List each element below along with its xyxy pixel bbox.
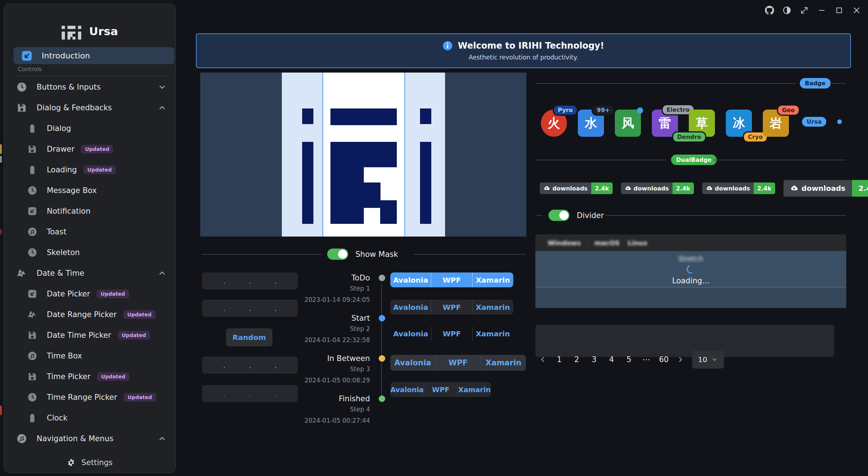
page-button[interactable]: 1 [554,355,564,364]
sidebar-item[interactable]: Message Box [4,180,176,201]
step-title: Finished [232,394,370,404]
sidebar-item[interactable]: Dialog [4,118,176,139]
element-badge: Pyro [553,104,578,116]
page-button[interactable]: 2 [572,355,582,364]
sidebar-item[interactable]: Drawer Updated [4,139,176,159]
sidebar-section-label: Controls [18,66,42,73]
download-badge[interactable]: downloads 2.4k [783,180,868,197]
xamarin-button[interactable]: Xamarin [472,300,513,315]
tab-macos[interactable]: macOS [588,239,626,247]
step-status-dot [379,315,385,321]
sidebar-item-introduction[interactable]: Introduction [13,47,174,64]
theme-icon [782,6,791,15]
step-title: In Between [232,353,370,364]
wpf-button[interactable]: WPF [431,272,472,287]
tab-windows[interactable]: Windows [541,239,587,247]
updated-badge: Updated [97,372,129,381]
xamarin-button[interactable]: Xamarin [457,382,491,397]
tab-strip: Windows macOS Linux [535,234,846,251]
xamarin-button[interactable]: Xamarin [472,272,513,287]
sidebar-item[interactable]: Loading Updated [4,159,176,180]
window-control-button[interactable] [778,2,795,18]
gear-icon [67,458,75,467]
ursa-badge: Ursa [802,117,826,127]
avalonia-button[interactable]: Avalonia [390,300,431,315]
element-character: 风 [622,115,634,132]
download-badge[interactable]: downloads 2.4k [702,182,775,194]
element-tile[interactable]: 草 Dendro [689,110,715,137]
step-subtitle: Step 1 [232,283,370,294]
sidebar-item-label: Dialog [47,124,71,133]
xamarin-button[interactable]: Xamarin [481,355,526,371]
element-tile[interactable]: 冰 Cryo [726,110,752,137]
sidebar-item[interactable]: Navigation & Menus [4,428,176,449]
sidebar-item[interactable]: Date & Time [4,263,176,283]
sidebar-item[interactable]: Notification [4,201,176,221]
element-badge: Dendro [672,131,706,143]
element-tile[interactable]: 岩 Geo [763,110,789,137]
wpf-button[interactable]: WPF [431,327,472,341]
avalonia-button[interactable]: Avalonia [390,272,431,287]
window-control-button[interactable] [848,2,865,18]
window-control-button[interactable] [761,2,778,18]
window-control-button[interactable] [830,2,848,18]
banner-subtitle: Aesthetic revolution of productivity. [469,54,578,61]
window-control-button[interactable] [795,2,813,18]
titlebar [181,0,868,20]
trees-icon [16,268,27,279]
sidebar-item[interactable]: Date Range Picker Updated [4,304,176,325]
sidebar-item[interactable]: Toast [4,221,176,242]
sidebar-item-label: Message Box [47,186,97,195]
avalonia-button[interactable]: Avalonia [390,382,424,397]
sidebar-item[interactable]: Time Picker Updated [4,366,176,387]
sidebar-item[interactable]: Skeleton [4,242,176,263]
arrow-square-icon [27,206,37,216]
sidebar-item[interactable]: Date Time Picker Updated [4,325,176,345]
settings-button[interactable]: Settings [4,452,176,473]
download-badge-label: downloads [715,185,750,192]
cloud-download-icon [706,185,712,192]
page-button[interactable]: 4 [606,355,617,364]
wpf-button[interactable]: WPF [431,300,472,315]
page-button[interactable]: 5 [624,355,634,364]
show-mask-toggle[interactable] [327,249,348,260]
avalonia-button[interactable]: Avalonia [390,355,435,371]
sidebar-item[interactable]: Time Range Picker Updated [4,387,176,407]
page-size-select[interactable]: 10 [692,350,724,369]
platform-button-group-large: Avalonia WPF Xamarin [390,355,526,371]
sidebar-item-label: Navigation & Menus [37,434,114,443]
sidebar-item[interactable]: Time Box [4,345,176,366]
step-subtitle: Step 3 [232,364,370,375]
note-icon [27,227,37,237]
next-page-button[interactable] [676,355,685,364]
element-tile[interactable]: 火 Pyro [541,110,567,137]
page-button[interactable]: 60 [659,355,669,364]
previous-page-button[interactable] [538,355,547,364]
wpf-button[interactable]: WPF [435,355,481,371]
desktop-artifact [0,156,2,163]
download-badge[interactable]: downloads 2.4k [540,182,613,194]
element-character: 火 [548,115,560,132]
sidebar-item[interactable]: Dialog & Feedbacks [4,97,176,118]
sidebar-item[interactable]: Clock [4,407,176,428]
sidebar-item-label: Date & Time [37,269,84,278]
updated-badge: Updated [96,290,129,298]
download-badge[interactable]: downloads 2.4k [621,182,694,194]
element-tile[interactable]: 风 [615,110,641,137]
page-button[interactable]: 3 [589,355,599,364]
irihi-logo-icon [62,23,81,40]
wpf-button[interactable]: WPF [424,382,457,397]
page-button[interactable]: ⋯ [641,355,651,364]
clock-icon [16,82,27,93]
element-tile[interactable]: 水 99+ [578,110,604,137]
element-character: 冰 [733,115,745,132]
sidebar-item[interactable]: Date Picker Updated [4,283,176,304]
divider-toggle[interactable] [548,210,569,221]
sidebar-item-label: Time Picker [47,372,91,381]
window-control-button[interactable] [813,2,830,18]
sidebar-item[interactable]: Buttons & Inputs [4,77,176,97]
chevron-left-icon [538,355,547,364]
avalonia-button[interactable]: Avalonia [390,327,431,341]
xamarin-button[interactable]: Xamarin [472,327,513,341]
tab-linux[interactable]: Linux [626,239,654,247]
